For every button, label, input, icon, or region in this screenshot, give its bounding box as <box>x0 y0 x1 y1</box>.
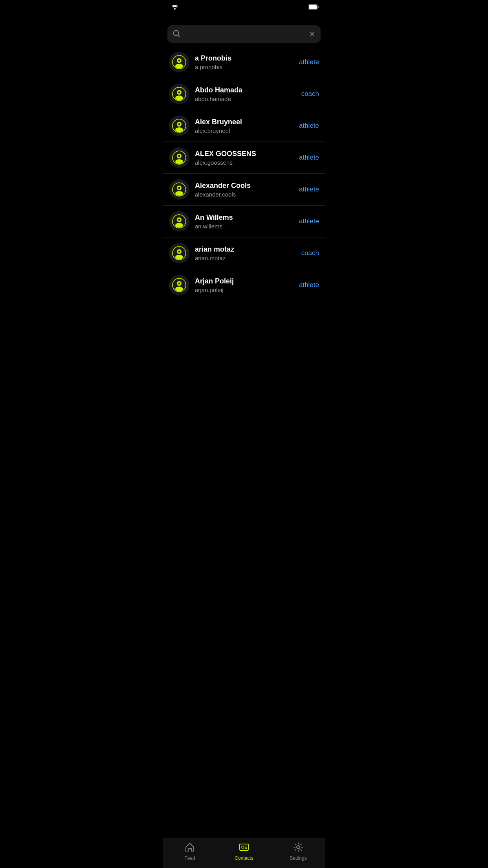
contact-name: An Willems <box>195 213 294 222</box>
svg-point-33 <box>178 187 180 189</box>
svg-point-9 <box>178 60 180 62</box>
contact-username: alexander.cools <box>195 191 294 198</box>
search-bar[interactable]: ✕ <box>167 25 321 43</box>
svg-point-15 <box>178 92 180 94</box>
contact-username: arian.motaz <box>195 255 296 261</box>
list-item[interactable]: An Willems an.willems athlete <box>163 206 325 237</box>
svg-point-38 <box>175 223 183 228</box>
contact-username: arjan.poleij <box>195 287 294 293</box>
list-item[interactable]: arian motaz arian.motaz coach <box>163 237 325 269</box>
contact-role: coach <box>301 90 319 98</box>
contact-name: Arjan Poleij <box>195 277 294 285</box>
svg-point-27 <box>178 155 180 157</box>
contact-username: a.pronobis <box>195 64 294 70</box>
svg-point-32 <box>175 191 183 196</box>
svg-point-14 <box>175 96 183 100</box>
svg-point-44 <box>175 255 183 259</box>
contact-username: abdo.hamada <box>195 96 296 102</box>
contact-name: Alexander Cools <box>195 182 294 190</box>
contact-name: arian motaz <box>195 245 296 254</box>
contact-name: Abdo Hamada <box>195 86 296 94</box>
list-item[interactable]: a Pronobis a.pronobis athlete <box>163 46 325 78</box>
contact-role: athlete <box>299 186 319 193</box>
svg-point-51 <box>178 283 180 285</box>
contact-list: a Pronobis a.pronobis athlete Abdo Hamad… <box>163 46 325 301</box>
contact-info: An Willems an.willems <box>195 213 294 230</box>
list-item[interactable]: Abdo Hamada abdo.hamada coach <box>163 78 325 110</box>
contact-role: coach <box>301 249 319 257</box>
svg-line-4 <box>178 35 180 37</box>
avatar <box>169 179 189 200</box>
svg-point-21 <box>178 123 180 125</box>
wifi-icon <box>171 4 178 11</box>
status-left <box>169 4 178 11</box>
status-bar <box>163 0 325 14</box>
contact-role: athlete <box>299 122 319 130</box>
list-item[interactable]: Alex Bruyneel alex.bruyneel athlete <box>163 110 325 142</box>
avatar <box>169 147 189 168</box>
contact-info: Arjan Poleij arjan.poleij <box>195 277 294 293</box>
contact-username: alex.bruyneel <box>195 127 294 134</box>
list-item[interactable]: Arjan Poleij arjan.poleij athlete <box>163 269 325 301</box>
svg-point-45 <box>178 251 180 253</box>
svg-point-39 <box>178 219 180 221</box>
svg-point-50 <box>175 287 183 291</box>
contact-role: athlete <box>299 154 319 162</box>
contact-username: alex.goossens <box>195 159 294 166</box>
contact-name: a Pronobis <box>195 54 294 63</box>
status-right <box>308 4 319 11</box>
avatar <box>169 52 189 72</box>
svg-rect-2 <box>309 5 317 9</box>
avatar <box>169 275 189 295</box>
svg-point-26 <box>175 159 183 164</box>
contact-username: an.willems <box>195 223 294 230</box>
contact-info: arian motaz arian.motaz <box>195 245 296 261</box>
contact-name: Alex Bruyneel <box>195 118 294 126</box>
search-input[interactable] <box>184 30 305 38</box>
page-title <box>163 14 325 25</box>
avatar <box>169 243 189 263</box>
contact-info: a Pronobis a.pronobis <box>195 54 294 70</box>
contact-info: Abdo Hamada abdo.hamada <box>195 86 296 102</box>
avatar <box>169 211 189 232</box>
list-item[interactable]: ALEX GOOSSENS alex.goossens athlete <box>163 142 325 174</box>
clear-search-button[interactable]: ✕ <box>309 30 315 39</box>
battery-icon <box>308 4 319 11</box>
contact-info: Alexander Cools alexander.cools <box>195 182 294 198</box>
avatar <box>169 116 189 136</box>
search-icon <box>173 30 180 39</box>
contact-info: ALEX GOOSSENS alex.goossens <box>195 150 294 166</box>
svg-point-0 <box>174 8 176 9</box>
contact-role: athlete <box>299 58 319 66</box>
contact-name: ALEX GOOSSENS <box>195 150 294 158</box>
list-item[interactable]: Alexander Cools alexander.cools athlete <box>163 174 325 206</box>
svg-point-20 <box>175 127 183 132</box>
contact-role: athlete <box>299 217 319 225</box>
contact-info: Alex Bruyneel alex.bruyneel <box>195 118 294 134</box>
svg-point-8 <box>175 64 183 68</box>
contact-role: athlete <box>299 281 319 289</box>
avatar <box>169 84 189 104</box>
